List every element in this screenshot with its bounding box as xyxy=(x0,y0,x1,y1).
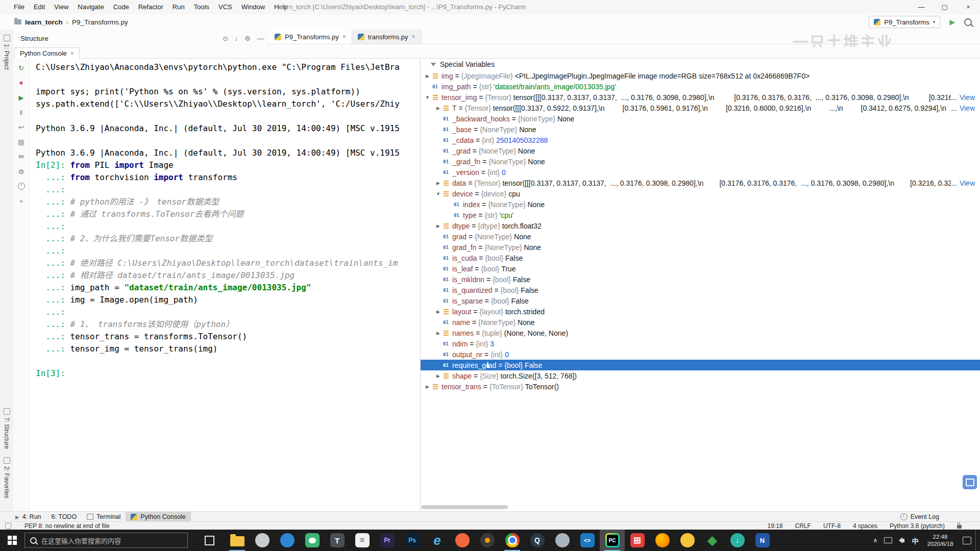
indent-style[interactable]: 4 spaces xyxy=(853,522,877,530)
taskbar-app-blue-circle-app[interactable] xyxy=(275,530,300,551)
taskbar-app-netease-app[interactable]: N xyxy=(750,530,775,551)
expand-arrow[interactable]: ▶ xyxy=(434,309,442,314)
run-config-selector[interactable]: P9_Transforms ▾ xyxy=(869,16,940,28)
variable-row-_version[interactable]: 01_version = {int} 0 xyxy=(421,167,980,178)
task-view-button[interactable] xyxy=(197,530,222,551)
tab-p9-transforms[interactable]: P9_Transforms.py × xyxy=(269,30,352,44)
expand-arrow[interactable]: ▼ xyxy=(424,95,431,100)
tray-chevron-icon[interactable]: ∧ xyxy=(869,530,881,551)
variable-row-ndim[interactable]: 01ndim = {int} 3 xyxy=(421,338,980,349)
menu-code[interactable]: Code xyxy=(109,0,134,14)
toolwindow-terminal[interactable]: Terminal xyxy=(82,512,126,522)
variable-row-requires_grad[interactable]: 01requires_grad = {bool} False xyxy=(421,360,980,370)
variable-row-img_path[interactable]: 01img_path = {str} 'dataset/train/ants_i… xyxy=(421,81,980,92)
variable-row-output_nr[interactable]: 01output_nr = {int} 0 xyxy=(421,349,980,360)
menu-tools[interactable]: Tools xyxy=(189,0,214,14)
variable-row-grad[interactable]: 01grad = {NoneType} None xyxy=(421,231,980,242)
settings-icon[interactable]: ⚙ xyxy=(244,35,251,42)
lock-icon[interactable] xyxy=(957,525,962,529)
file-encoding[interactable]: UTF-8 xyxy=(823,522,841,530)
view-link[interactable]: View xyxy=(960,93,975,102)
close-button[interactable]: × xyxy=(957,0,980,14)
variable-row-tensor_img[interactable]: ▼tensor_img = {Tensor} tensor([[[0.3137,… xyxy=(421,92,980,103)
close-icon[interactable]: × xyxy=(70,50,74,57)
taskbar-app-premiere[interactable]: Pr xyxy=(375,530,400,551)
variable-row-is_cuda[interactable]: 01is_cuda = {bool} False xyxy=(421,253,980,263)
menu-refactor[interactable]: Refactor xyxy=(134,0,168,14)
variable-row-_grad[interactable]: 01_grad = {NoneType} None xyxy=(421,145,980,156)
expand-arrow[interactable]: ▶ xyxy=(434,181,442,186)
taskbar-app-chrome[interactable] xyxy=(500,530,525,551)
floating-widget[interactable] xyxy=(963,475,977,489)
taskbar-app-wechat[interactable] xyxy=(300,530,325,551)
binary-view-icon[interactable]: 00 xyxy=(17,152,26,161)
view-link[interactable]: View xyxy=(960,104,975,112)
filter-icon[interactable]: ⊙ xyxy=(223,35,228,42)
variable-row-is_mkldnn[interactable]: 01is_mkldnn = {bool} False xyxy=(421,274,980,285)
hide-icon[interactable]: — xyxy=(257,35,264,42)
taskbar-app-yellow-app[interactable] xyxy=(675,530,700,551)
view-link[interactable]: View xyxy=(960,179,975,187)
taskbar-app-photoshop[interactable]: Ps xyxy=(400,530,425,551)
taskbar-app-qq-browser[interactable] xyxy=(450,530,475,551)
menu-vcs[interactable]: VCS xyxy=(214,0,237,14)
minimize-button[interactable]: — xyxy=(910,0,933,14)
taskbar-app-gray-circle-app[interactable] xyxy=(250,530,275,551)
line-separator[interactable]: CRLF xyxy=(795,522,811,530)
variable-row-shape[interactable]: ▶shape = {Size} torch.Size([3, 512, 768]… xyxy=(421,370,980,381)
expand-arrow[interactable]: ▼ xyxy=(434,191,442,196)
sort-icon[interactable]: ↕ xyxy=(235,35,238,42)
soft-wrap-icon[interactable]: ↩ xyxy=(17,122,26,132)
taskbar-app-vscode[interactable]: <> xyxy=(575,530,600,551)
menu-run[interactable]: Run xyxy=(168,0,189,14)
variable-row-tensor_trans[interactable]: ▶tensor_trans = {ToTensor} ToTensor() xyxy=(421,381,980,392)
taskbar-app-pycharm[interactable]: PC xyxy=(600,530,625,551)
history-icon[interactable] xyxy=(17,182,26,191)
close-icon[interactable]: × xyxy=(342,33,346,40)
toolwindow-run[interactable]: ▶ 4: Run xyxy=(10,512,46,522)
menu-navigate[interactable]: Navigate xyxy=(73,0,108,14)
maximize-button[interactable]: ▢ xyxy=(933,0,957,14)
variable-row-index[interactable]: 01index = {NoneType} None xyxy=(421,199,980,210)
taskbar-app-qq[interactable]: Q xyxy=(525,530,550,551)
execute-icon[interactable]: ▶ xyxy=(17,93,26,102)
taskbar-app-red-grid-app[interactable]: ⊞ xyxy=(625,530,650,551)
breadcrumb-file[interactable]: P9_Transforms.py xyxy=(72,18,128,26)
variable-row-_backward_hooks[interactable]: 01_backward_hooks = {NoneType} None xyxy=(421,113,980,124)
variable-row-name[interactable]: 01name = {NoneType} None xyxy=(421,317,980,328)
taskbar-app-internet-explorer[interactable]: e xyxy=(425,530,450,551)
breadcrumb-project[interactable]: learn_torch xyxy=(25,18,63,26)
variable-row-_cdata[interactable]: 01_cdata = {int} 2501405032288 xyxy=(421,135,980,145)
caret-position[interactable]: 19:18 xyxy=(768,522,783,530)
toolwindow-switcher-icon[interactable] xyxy=(5,523,11,529)
variable-row-T[interactable]: ▶T = {Tensor} tensor([[[0.3137, 0.5922, … xyxy=(421,103,980,113)
sidebar-item-structure[interactable]: 7: Structure xyxy=(0,408,13,449)
interpreter[interactable]: Python 3.6 (pytorch) xyxy=(890,522,945,530)
variable-row-type[interactable]: 01type = {str} 'cpu' xyxy=(421,210,980,220)
menu-edit[interactable]: Edit xyxy=(29,0,50,14)
pause-icon[interactable]: ‖ xyxy=(17,108,26,117)
variable-row-names[interactable]: ▶names = {tuple} (None, None, None) xyxy=(421,328,980,338)
start-button[interactable] xyxy=(0,530,24,551)
print-icon[interactable]: ▤ xyxy=(17,137,26,146)
taskbar-app-file-explorer[interactable] xyxy=(225,530,250,551)
stop-icon[interactable]: ■ xyxy=(17,78,26,87)
expand-arrow[interactable]: ▶ xyxy=(434,331,442,336)
ime-indicator[interactable]: 中 xyxy=(908,530,922,551)
action-center-button[interactable] xyxy=(958,530,975,551)
console-output[interactable]: C:\Users\Zhiyao\Anaconda3\envs\pytorch\p… xyxy=(36,58,420,514)
taskbar-app-typora[interactable]: T xyxy=(325,530,350,551)
expand-arrow[interactable]: ▶ xyxy=(424,384,431,389)
volume-icon[interactable] xyxy=(895,530,908,551)
variable-row-is_quantized[interactable]: 01is_quantized = {bool} False xyxy=(421,285,980,295)
show-desktop-button[interactable] xyxy=(975,530,980,551)
taskbar-app-notes-app[interactable]: ≡ xyxy=(350,530,375,551)
expand-arrow[interactable]: ▶ xyxy=(424,73,431,79)
variable-row-is_sparse[interactable]: 01is_sparse = {bool} False xyxy=(421,295,980,306)
taskbar-app-media-player[interactable] xyxy=(475,530,500,551)
sidebar-item-project[interactable]: 1: Project xyxy=(0,35,13,70)
variable-row-data[interactable]: ▶data = {Tensor} tensor([[[0.3137, 0.313… xyxy=(421,178,980,188)
variable-row-layout[interactable]: ▶layout = {layout} torch.strided xyxy=(421,306,980,317)
expand-arrow[interactable]: ▶ xyxy=(434,373,442,379)
taskbar-clock[interactable]: 22:48 2020/6/18 xyxy=(922,530,958,551)
